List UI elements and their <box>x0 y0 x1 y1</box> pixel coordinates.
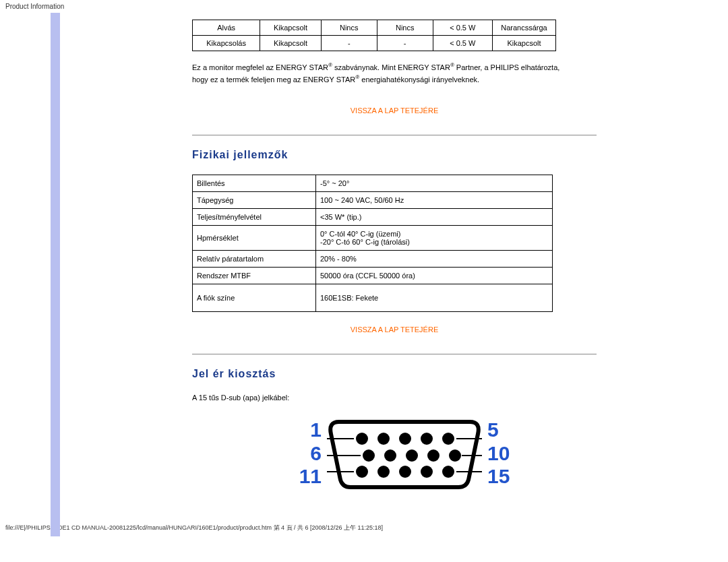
cell: Narancssárga <box>492 20 555 36</box>
text: Partner, a PHILIPS elhatározta, <box>454 63 560 71</box>
cell: Kikapcsolt <box>260 20 322 36</box>
spec-table: Billentés-5° ~ 20° Tápegység100 ~ 240 VA… <box>192 175 553 312</box>
back-to-top[interactable]: VISSZA A LAP TETEJÉRE <box>192 106 597 115</box>
main-content: Alvás Kikapcsolt Nincs Nincs < 0.5 W Nar… <box>192 13 597 493</box>
table-row: Tápegység100 ~ 240 VAC, 50/60 Hz <box>193 191 553 208</box>
pin-number: 10 <box>487 442 521 466</box>
table-row: Hpmérséklet0° C-tól 40° C-ig (üzemi) -20… <box>193 225 553 250</box>
cell-value: <35 W* (tip.) <box>316 208 553 225</box>
text: Ez a monitor megfelel az ENERGY STAR <box>192 63 328 71</box>
cell: < 0.5 W <box>433 36 492 51</box>
cell: < 0.5 W <box>433 20 492 36</box>
cell-label: Hpmérséklet <box>193 225 316 250</box>
table-row: Teljesítményfelvétel<35 W* (tip.) <box>193 208 553 225</box>
cell-value: -5° ~ 20° <box>316 175 553 191</box>
cell-value: 0° C-tól 40° C-ig (üzemi) -20° C-tó 60° … <box>316 225 553 250</box>
svg-point-5 <box>363 449 375 462</box>
svg-point-4 <box>442 433 454 445</box>
cell-label: Billentés <box>193 175 316 191</box>
text: energiahatékonysági irányelveknek. <box>359 75 479 84</box>
footer-path: file:///E|/PHILIPS/160E1 CD MANUAL-20081… <box>0 520 728 536</box>
svg-point-0 <box>356 433 368 445</box>
section-heading-pin: Jel ér kiosztás <box>192 368 597 380</box>
side-stripe <box>51 13 60 536</box>
svg-point-6 <box>384 449 396 462</box>
back-to-top[interactable]: VISSZA A LAP TETEJÉRE <box>192 325 597 334</box>
pin-number: 5 <box>487 418 521 442</box>
svg-point-3 <box>421 433 433 445</box>
table-row: Kikapcsolás Kikapcsolt - - < 0.5 W Kikap… <box>193 36 556 51</box>
svg-point-11 <box>377 466 390 478</box>
table-row: Alvás Kikapcsolt Nincs Nincs < 0.5 W Nar… <box>193 20 556 36</box>
cell: Kikapcsolás <box>193 36 260 51</box>
dsub-connector-icon <box>327 415 482 493</box>
pin-number: 6 <box>288 442 322 466</box>
power-table: Alvás Kikapcsolt Nincs Nincs < 0.5 W Nar… <box>192 20 556 51</box>
table-row: Rendszer MTBF50000 óra (CCFL 50000 óra) <box>193 267 553 284</box>
cell: Alvás <box>193 20 260 36</box>
connector-right-numbers: 5 10 15 <box>487 418 521 489</box>
svg-point-8 <box>427 449 439 462</box>
svg-point-7 <box>406 449 418 462</box>
svg-point-14 <box>442 466 454 478</box>
cell-label: Relatív páratartalom <box>193 250 316 267</box>
divider <box>192 135 597 135</box>
dsub-connector-figure: 1 6 11 5 10 <box>212 415 597 493</box>
connector-left-numbers: 1 6 11 <box>288 418 322 489</box>
pin-number: 11 <box>288 465 322 489</box>
page-wrapper: Alvás Kikapcsolt Nincs Nincs < 0.5 W Nar… <box>27 13 701 493</box>
pin-number: 1 <box>288 418 322 442</box>
cell-label: A fiók színe <box>193 284 316 311</box>
text: szabványnak. Mint ENERGY STAR <box>332 63 450 71</box>
cell-value: 50000 óra (CCFL 50000 óra) <box>316 267 553 284</box>
table-row: Billentés-5° ~ 20° <box>193 175 553 191</box>
svg-point-9 <box>449 449 461 462</box>
cell-value: 20% - 80% <box>316 250 553 267</box>
cell: Nincs <box>377 20 433 36</box>
energy-star-text: Ez a monitor megfelel az ENERGY STAR® sz… <box>192 61 597 86</box>
pin-number: 15 <box>487 465 521 489</box>
divider <box>192 354 597 354</box>
table-row: A fiók színe160E1SB: Fekete <box>193 284 553 311</box>
table-row: Relatív páratartalom20% - 80% <box>193 250 553 267</box>
cell-label: Tápegység <box>193 191 316 208</box>
svg-point-13 <box>421 466 433 478</box>
cell-label: Teljesítményfelvétel <box>193 208 316 225</box>
cell-label: Rendszer MTBF <box>193 267 316 284</box>
svg-point-10 <box>356 466 368 478</box>
svg-point-12 <box>399 466 411 478</box>
cell: Kikapcsolt <box>492 36 555 51</box>
text: hogy ez a termék feleljen meg az ENERGY … <box>192 75 355 84</box>
svg-point-1 <box>377 433 390 445</box>
svg-point-2 <box>399 433 411 445</box>
cell-value: 160E1SB: Fekete <box>316 284 553 311</box>
cell: Nincs <box>321 20 377 36</box>
dsub-description: A 15 tűs D-sub (apa) jelkábel: <box>192 394 597 402</box>
section-heading-physical: Fizikai jellemzők <box>192 149 597 161</box>
cell: Kikapcsolt <box>260 36 322 51</box>
cell: - <box>321 36 377 51</box>
page-header-title: Product Information <box>0 0 728 13</box>
back-to-top-link[interactable]: VISSZA A LAP TETEJÉRE <box>351 325 438 334</box>
cell: - <box>377 36 433 51</box>
back-to-top-link[interactable]: VISSZA A LAP TETEJÉRE <box>351 106 438 115</box>
cell-value: 100 ~ 240 VAC, 50/60 Hz <box>316 191 553 208</box>
